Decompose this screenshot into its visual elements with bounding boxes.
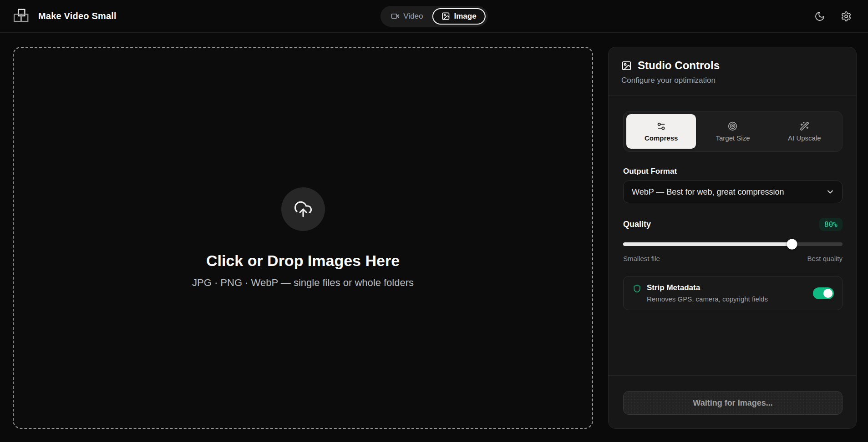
spacer [623,310,843,375]
image-mode-button[interactable]: Image [432,8,486,25]
image-icon [621,60,632,71]
tab-compress[interactable]: Compress [626,114,696,149]
settings-button[interactable] [839,9,853,24]
blocks-logo-icon [13,8,30,25]
dropzone-title: Click or Drop Images Here [206,252,400,270]
strip-metadata-card: Strip Metadata Removes GPS, camera, copy… [623,276,843,310]
output-format-section: Output Format WebP — Best for web, great… [623,167,843,203]
theme-toggle-button[interactable] [812,9,827,24]
shield-icon [633,284,641,293]
moon-icon [814,11,825,22]
slider-thumb[interactable] [787,239,797,250]
quality-min-hint: Smallest file [623,255,660,262]
slider-fill [623,242,792,246]
video-mode-button[interactable]: Video [382,8,431,25]
quality-slider[interactable] [623,239,843,249]
output-format-value: WebP — Best for web, great compression [632,187,784,197]
toggle-knob [823,289,832,298]
waiting-for-images-button: Waiting for Images... [623,391,843,415]
sliders-icon [656,121,666,131]
mode-tabs: Compress Target Size [623,111,843,152]
app-title: Make Video Small [38,11,117,21]
panel-body: Compress Target Size [609,95,856,375]
output-format-select[interactable]: WebP — Best for web, great compression [623,181,843,203]
upload-circle [281,187,325,231]
panel-header: Studio Controls Configure your optimizat… [609,47,856,95]
tab-compress-label: Compress [645,134,678,142]
top-bar: Make Video Small Video Image [0,0,868,33]
panel-subtitle: Configure your optimization [621,76,843,85]
brand: Make Video Small [13,8,117,25]
image-drop-zone[interactable]: Click or Drop Images Here JPG · PNG · We… [13,47,593,429]
dropzone-subtitle: JPG · PNG · WebP — single files or whole… [192,277,414,289]
strip-metadata-description: Removes GPS, camera, copyright fields [647,295,768,303]
chevron-down-icon [826,187,835,196]
panel-footer: Waiting for Images... [609,375,856,428]
main-content: Click or Drop Images Here JPG · PNG · We… [0,33,868,442]
tab-ai-upscale-label: AI Upscale [788,134,821,142]
video-camera-icon [391,12,399,20]
quality-section: Quality 80% Smallest file Best quality [623,218,843,262]
strip-metadata-title: Strip Metadata [647,283,768,292]
quality-max-hint: Best quality [807,255,843,262]
mode-toggle: Video Image [380,6,487,27]
studio-controls-panel: Studio Controls Configure your optimizat… [608,47,857,429]
video-mode-label: Video [403,12,423,21]
image-mode-label: Image [454,12,477,21]
tab-target-size-label: Target Size [716,134,750,142]
quality-label: Quality [623,220,651,229]
cloud-upload-icon [294,200,313,219]
wand-sparkles-icon [800,121,809,131]
output-format-label: Output Format [623,167,843,176]
strip-metadata-toggle[interactable] [813,287,834,299]
image-icon [442,12,450,20]
target-icon [728,121,737,131]
gear-icon [841,11,852,22]
top-bar-actions [812,9,853,24]
tab-ai-upscale[interactable]: AI Upscale [770,114,839,149]
quality-value-badge: 80% [819,218,843,231]
tab-target-size[interactable]: Target Size [698,114,767,149]
panel-title: Studio Controls [638,59,720,72]
